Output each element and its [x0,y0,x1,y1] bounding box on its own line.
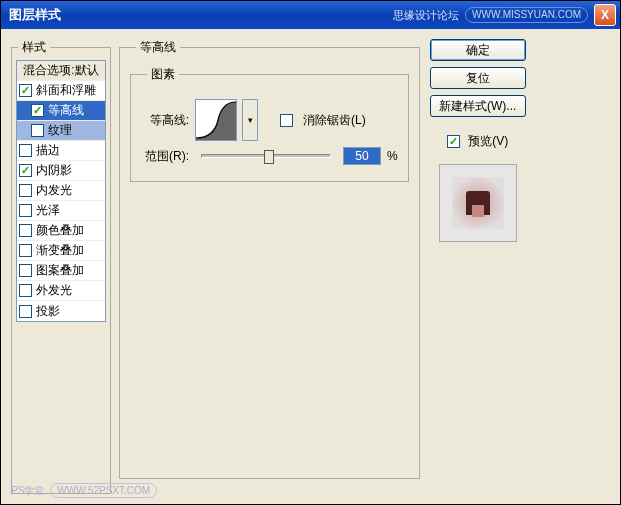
preview-label: 预览(V) [468,133,508,150]
styles-list: 混合选项:默认 斜面和浮雕等高线纹理描边内阴影内发光光泽颜色叠加渐变叠加图案叠加… [16,60,106,322]
range-input[interactable] [343,147,381,165]
center-legend: 等高线 [136,39,180,56]
style-label: 外发光 [36,282,72,299]
style-label: 投影 [36,303,60,320]
window-title: 图层样式 [9,6,393,24]
style-row[interactable]: 内阴影 [17,161,105,181]
contour-picker[interactable] [195,99,237,141]
style-label: 纹理 [48,122,72,139]
style-checkbox[interactable] [31,104,44,117]
close-icon[interactable]: X [594,4,616,26]
style-label: 描边 [36,142,60,159]
cancel-button[interactable]: 复位 [430,67,526,89]
style-row[interactable]: 等高线 [17,101,105,121]
style-label: 内阴影 [36,162,72,179]
style-checkbox[interactable] [19,284,32,297]
style-checkbox[interactable] [19,264,32,277]
layer-style-dialog: 图层样式 思缘设计论坛 WWW.MISSYUAN.COM X 样式 混合选项:默… [0,0,621,505]
styles-legend: 样式 [18,39,50,56]
contour-settings: 等高线 图素 等高线: ▾ 消除锯齿(L) 范围(R): [119,39,420,479]
preview-checkbox[interactable] [447,135,460,148]
style-checkbox[interactable] [31,124,44,137]
style-checkbox[interactable] [19,224,32,237]
style-checkbox[interactable] [19,244,32,257]
range-label: 范围(R): [141,148,189,165]
style-row[interactable]: 斜面和浮雕 [17,81,105,101]
style-checkbox[interactable] [19,184,32,197]
contour-dropdown-button[interactable]: ▾ [242,99,258,141]
antialias-label: 消除锯齿(L) [303,112,366,129]
style-checkbox[interactable] [19,204,32,217]
styles-panel: 样式 混合选项:默认 斜面和浮雕等高线纹理描边内阴影内发光光泽颜色叠加渐变叠加图… [11,39,111,494]
percent-label: % [387,149,398,163]
style-checkbox[interactable] [19,84,32,97]
style-row[interactable]: 图案叠加 [17,261,105,281]
style-row[interactable]: 投影 [17,301,105,321]
right-panel: 确定 复位 新建样式(W)... 预览(V) [428,39,528,494]
style-row[interactable]: 纹理 [17,121,105,141]
style-row[interactable]: 内发光 [17,181,105,201]
style-row[interactable]: 描边 [17,141,105,161]
style-label: 等高线 [48,102,84,119]
style-checkbox[interactable] [19,305,32,318]
style-label: 斜面和浮雕 [36,82,96,99]
preview-thumbnail [439,164,517,242]
style-row[interactable]: 外发光 [17,281,105,301]
style-checkbox[interactable] [19,164,32,177]
new-style-button[interactable]: 新建样式(W)... [430,95,526,117]
elements-group: 图素 等高线: ▾ 消除锯齿(L) 范围(R): [130,66,409,182]
style-checkbox[interactable] [19,144,32,157]
footer-watermark: PS学堂 WWW.52PSXT.COM [11,483,157,498]
style-label: 颜色叠加 [36,222,84,239]
style-row[interactable]: 渐变叠加 [17,241,105,261]
watermark-text: 思缘设计论坛 [393,8,459,23]
antialias-checkbox[interactable] [280,114,293,127]
titlebar: 图层样式 思缘设计论坛 WWW.MISSYUAN.COM X [1,1,620,29]
watermark-url: WWW.MISSYUAN.COM [465,7,588,23]
style-row[interactable]: 光泽 [17,201,105,221]
contour-label: 等高线: [141,112,189,129]
style-label: 渐变叠加 [36,242,84,259]
inner-legend: 图素 [147,66,179,83]
style-row[interactable]: 颜色叠加 [17,221,105,241]
ok-button[interactable]: 确定 [430,39,526,61]
style-label: 光泽 [36,202,60,219]
range-slider[interactable] [201,154,331,158]
range-slider-thumb[interactable] [264,150,274,164]
blend-options-header[interactable]: 混合选项:默认 [17,61,105,81]
style-label: 图案叠加 [36,262,84,279]
style-label: 内发光 [36,182,72,199]
